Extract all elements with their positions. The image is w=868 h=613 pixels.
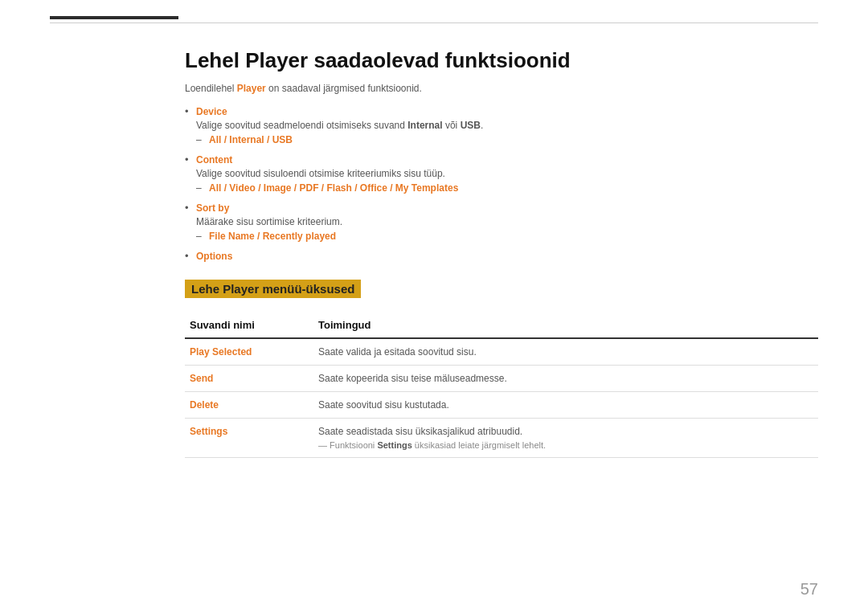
intro-suffix: on saadaval järgmised funktsioonid. [266, 83, 422, 94]
page-container: Lehel Player saadaolevad funktsioonid Lo… [0, 0, 868, 613]
device-desc: Valige soovitud seadmeloendi otsimiseks … [196, 120, 818, 131]
table-row: Send Saate kopeerida sisu teise mälusead… [185, 366, 818, 392]
col-suvandi: Suvandi nimi [185, 313, 313, 338]
sortby-term: Sort by [196, 202, 229, 214]
intro-paragraph: Loendilehel Player on saadaval järgmised… [185, 83, 818, 94]
options-term: Options [196, 251, 232, 262]
page-number: 57 [800, 580, 818, 599]
intro-highlight: Player [237, 83, 266, 94]
table-row: Play Selected Saate valida ja esitada so… [185, 338, 818, 366]
sortby-desc: Määrake sisu sortimise kriteerium. [196, 216, 818, 227]
list-item-device: Device Valige soovitud seadmeloendi otsi… [185, 105, 818, 145]
device-sub: All / Internal / USB [196, 134, 818, 145]
term-delete: Delete [185, 392, 313, 419]
page-title: Lehel Player saadaolevad funktsioonid [185, 48, 818, 73]
table-header-row: Suvandi nimi Toimingud [185, 313, 818, 338]
term-play-selected: Play Selected [185, 338, 313, 366]
col-toimingud: Toimingud [313, 313, 818, 338]
action-play-selected: Saate valida ja esitada soovitud sisu. [313, 338, 818, 366]
features-list: Device Valige soovitud seadmeloendi otsi… [185, 105, 818, 262]
list-item-sortby: Sort by Määrake sisu sortimise kriteeriu… [185, 202, 818, 242]
list-item-content: Content Valige soovitud sisuloendi otsim… [185, 153, 818, 194]
action-settings: Saate seadistada sisu üksikasjalikud atr… [313, 419, 818, 458]
term-settings: Settings [185, 419, 313, 458]
intro-prefix: Loendilehel [185, 83, 237, 94]
menu-table: Suvandi nimi Toimingud Play Selected Saa… [185, 313, 818, 458]
content-sub: All / Video / Image / PDF / Flash / Offi… [196, 182, 818, 194]
top-bar-accent [50, 16, 178, 19]
action-send: Saate kopeerida sisu teise mäluseadmesse… [313, 366, 818, 392]
action-delete: Saate soovitud sisu kustutada. [313, 392, 818, 419]
main-content: Lehel Player saadaolevad funktsioonid Lo… [185, 40, 818, 466]
section2-heading: Lehe Player menüü-üksused [185, 280, 361, 298]
content-desc: Valige soovitud sisuloendi otsimise krit… [196, 168, 818, 179]
top-bar [50, 22, 818, 23]
device-term: Device [196, 106, 227, 117]
table-row: Delete Saate soovitud sisu kustutada. [185, 392, 818, 419]
settings-note: — Funktsiooni Settings üksikasiad leiate… [318, 440, 813, 450]
content-term: Content [196, 154, 232, 166]
list-item-options: Options [185, 250, 818, 262]
term-send: Send [185, 366, 313, 392]
table-row: Settings Saate seadistada sisu üksikasja… [185, 419, 818, 458]
sortby-sub: File Name / Recently played [196, 231, 818, 242]
